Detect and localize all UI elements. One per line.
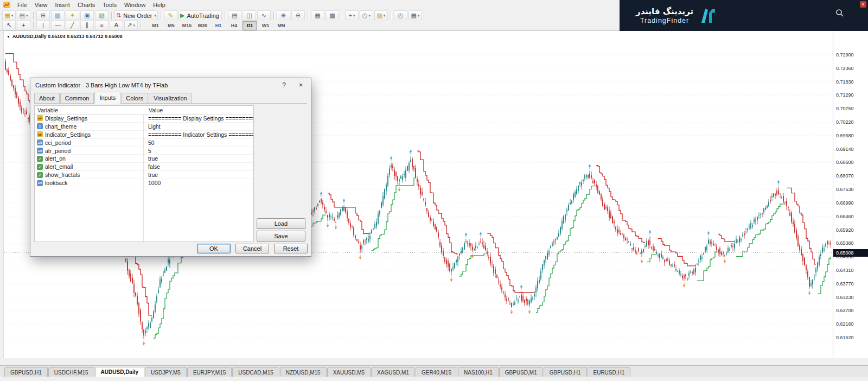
- ok-button[interactable]: OK: [197, 244, 231, 253]
- chart-tab-eurjpy-m15[interactable]: EURJPY,M15: [187, 367, 232, 377]
- dialog-help-button[interactable]: ?: [282, 81, 286, 89]
- dialog-tab-colors[interactable]: Colors: [121, 93, 148, 103]
- timeframe-m15[interactable]: M15: [180, 21, 194, 30]
- line-mode-button[interactable]: ∿: [257, 10, 271, 21]
- param-value[interactable]: 5: [145, 148, 253, 154]
- dialog-tab-common[interactable]: Common: [60, 93, 94, 103]
- chart-tab-usdjpy-m5[interactable]: USDJPY,M5: [145, 367, 187, 377]
- inputs-table-row[interactable]: ✓alert_ontrue: [35, 155, 253, 163]
- timeframe-m5[interactable]: M5: [164, 21, 178, 30]
- chart-tab-gbpusd-m1[interactable]: GBPUSD,M1: [499, 367, 543, 377]
- terminal-button[interactable]: ▣: [80, 10, 94, 21]
- text-label-button[interactable]: A: [110, 20, 123, 30]
- param-value[interactable]: true: [145, 172, 253, 178]
- strategy-tester-icon: ▧: [99, 12, 104, 18]
- autotrading-button[interactable]: ▶AutoTrading: [178, 10, 222, 21]
- param-name: Indicator_Settings: [45, 131, 91, 138]
- close-icon[interactable]: ×: [860, 1, 866, 8]
- chart-tab-gbpusd-h1[interactable]: GBPUSD,H1: [544, 367, 587, 377]
- zoom-out-button[interactable]: ⊖: [291, 10, 305, 21]
- equidistant-channel-button[interactable]: ∥: [80, 20, 94, 30]
- new-chart-button[interactable]: ▦▾: [2, 10, 16, 21]
- profiles-button[interactable]: ▤▾: [17, 10, 30, 21]
- periods-button[interactable]: ◷▾: [360, 10, 373, 21]
- horizontal-line-button[interactable]: —: [51, 20, 65, 30]
- param-value[interactable]: 1000: [145, 180, 253, 186]
- zoom-in-button[interactable]: ⊕: [277, 10, 290, 21]
- inputs-table-row[interactable]: 123lookback1000: [35, 179, 253, 187]
- vertical-line-button[interactable]: |: [36, 20, 50, 30]
- menu-insert[interactable]: Insert: [51, 1, 74, 9]
- clock-button[interactable]: ◴: [394, 10, 407, 21]
- data-window-button[interactable]: ▥: [51, 10, 65, 21]
- inputs-table-row[interactable]: 123cci_period50: [35, 139, 253, 147]
- dialog-tab-inputs[interactable]: Inputs: [94, 92, 120, 104]
- inputs-table-row[interactable]: ✓alert_emailfalse: [35, 163, 253, 171]
- market-watch-button[interactable]: ⊞: [36, 10, 50, 21]
- chart-tab-xagusd-m1[interactable]: XAGUSD,M1: [371, 367, 415, 377]
- indicators-button[interactable]: +▾: [345, 10, 359, 21]
- menu-help[interactable]: Help: [149, 1, 169, 9]
- timeframe-h1[interactable]: H1: [211, 21, 226, 30]
- dialog-titlebar[interactable]: Custom Indicator - 3 Bars High Low MT4 b…: [30, 78, 311, 92]
- chart-tab-nzdusd-m15[interactable]: NZDUSD,M15: [280, 367, 327, 377]
- param-value[interactable]: true: [145, 155, 253, 162]
- chart-tab-ger40-m15[interactable]: GER40,M15: [416, 367, 457, 377]
- chart-tab-xauusd-m5[interactable]: XAUUSD,M5: [327, 367, 371, 377]
- arrows-tool-button[interactable]: ↗▾: [124, 20, 138, 30]
- timeframe-d1[interactable]: D1: [242, 21, 257, 30]
- navigator-button[interactable]: ✦: [66, 10, 79, 21]
- templates-button[interactable]: ▨▾: [374, 10, 388, 21]
- dialog-close-button[interactable]: ×: [299, 81, 303, 89]
- param-value[interactable]: 50: [145, 139, 253, 146]
- cascade-windows-button[interactable]: ▩: [326, 10, 339, 21]
- price-axis-label: 0.65920: [836, 227, 854, 233]
- chart-tab-audusd-daily[interactable]: AUDUSD,Daily: [95, 367, 144, 377]
- param-value[interactable]: Light: [145, 123, 253, 130]
- param-value[interactable]: ========== Indicator Settings ==========: [145, 131, 253, 138]
- dialog-tab-visualization[interactable]: Visualization: [149, 93, 192, 103]
- timeframe-m30[interactable]: M30: [195, 21, 210, 30]
- param-value[interactable]: ========== Display Settings ==========: [145, 115, 253, 122]
- chart-tab-usdchf-m15[interactable]: USDCHF,M15: [48, 367, 94, 377]
- crosshair-button[interactable]: +: [17, 20, 30, 30]
- price-axis[interactable]: 0.65008 0.729000.723600.718300.712900.70…: [833, 31, 868, 358]
- autotrading-label: AutoTrading: [186, 12, 220, 19]
- inputs-table-row[interactable]: ≡chart_themeLight: [35, 123, 253, 131]
- menu-window[interactable]: Window: [120, 1, 149, 9]
- tile-windows-button[interactable]: ▦: [311, 10, 324, 21]
- menu-charts[interactable]: Charts: [74, 1, 99, 9]
- candles-mode-button[interactable]: ◫: [242, 10, 256, 21]
- metaeditor-button[interactable]: ✎: [164, 10, 177, 21]
- inputs-table-row[interactable]: abIndicator_Settings========== Indicator…: [35, 131, 253, 139]
- strategy-tester-button[interactable]: ▧: [95, 10, 108, 21]
- timeframe-m1[interactable]: M1: [148, 21, 163, 30]
- symbol-caret-icon[interactable]: ▼: [7, 35, 10, 39]
- timeframe-w1[interactable]: W1: [258, 21, 273, 30]
- chart-tab-usdcad-m15[interactable]: USDCAD,M15: [232, 367, 279, 377]
- menu-tools[interactable]: Tools: [99, 1, 120, 9]
- cancel-button[interactable]: Cancel: [235, 244, 269, 253]
- new-order-button[interactable]: ⇅New Order▾: [114, 10, 158, 21]
- chart-tab-nas100-h1[interactable]: NAS100,H1: [458, 367, 499, 377]
- param-value[interactable]: false: [145, 163, 253, 170]
- menu-file[interactable]: File: [14, 1, 31, 9]
- inputs-table-row[interactable]: abDisplay_Settings========== Display Set…: [35, 115, 253, 123]
- toolbars-menu-button[interactable]: ▦▾: [409, 10, 422, 21]
- fibonacci-retracement-button[interactable]: ≡: [95, 20, 108, 30]
- menu-view[interactable]: View: [31, 1, 52, 9]
- inputs-table-row[interactable]: ✓show_fractalstrue: [35, 171, 253, 179]
- chart-tab-gbpusd-h1[interactable]: GBPUSD,H1: [4, 367, 48, 377]
- search-icon[interactable]: [835, 9, 844, 17]
- chart-tab-eurusd-h1[interactable]: EURUSD,H1: [588, 367, 631, 377]
- cursor-button[interactable]: ↖: [2, 20, 16, 30]
- timeframe-h4[interactable]: H4: [227, 21, 241, 30]
- inputs-table-row[interactable]: 123atr_period5: [35, 147, 253, 155]
- bars-mode-button[interactable]: ▤: [228, 10, 241, 21]
- reset-button[interactable]: Reset: [274, 244, 308, 253]
- timeframe-mn[interactable]: MN: [274, 21, 289, 30]
- save-button[interactable]: Save: [257, 231, 305, 242]
- trendline-button[interactable]: ╱: [66, 20, 79, 30]
- load-button[interactable]: Load: [257, 218, 305, 229]
- dialog-tab-about[interactable]: About: [34, 93, 60, 103]
